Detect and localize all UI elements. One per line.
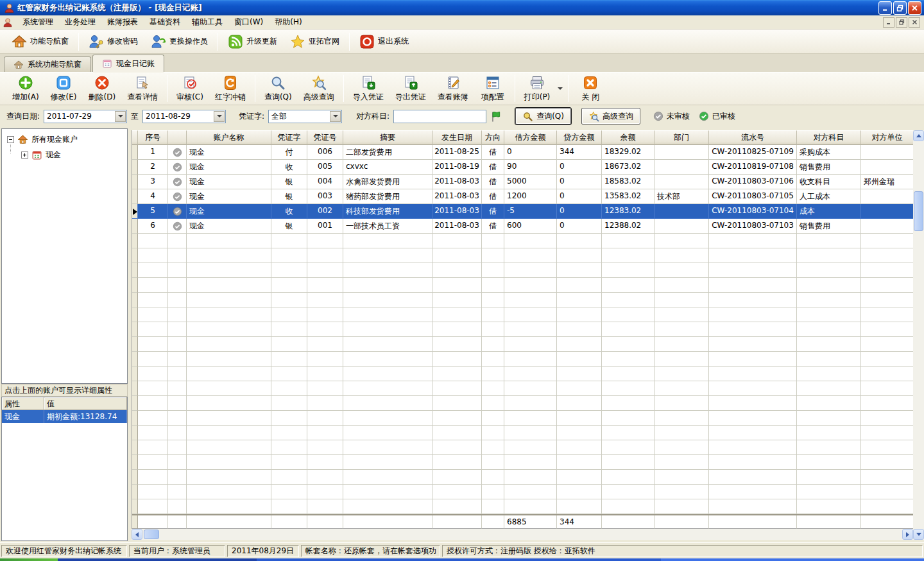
toolbar-button-edit[interactable]: 修改(E) [45,73,83,104]
toolbar-button-audit[interactable]: 审核(C) [171,73,209,104]
date-to-dropdown-icon[interactable] [214,111,225,122]
tab-1[interactable]: 现金日记账 [92,55,164,72]
toolbar-button-advanced-search[interactable]: 高级查询 [298,73,340,104]
voucher-word-combo[interactable]: 全部 [268,110,342,123]
mdi-close-button[interactable] [909,17,920,28]
date-from-combo[interactable]: 2011-07-29 [44,110,127,123]
toolbar-button-import[interactable]: 导入凭证 [347,73,389,104]
table-row-3[interactable]: 3现金银004水禽部发货费用2011-08-03借5000018583.02CW… [132,175,913,189]
col-header-num[interactable]: 序号 [138,130,168,145]
vertical-scroll-thumb[interactable] [914,191,923,231]
col-header-date[interactable]: 发生日期 [432,130,482,145]
date-to-combo[interactable]: 2011-08-29 [142,110,226,123]
advanced-search-button[interactable]: 高级查询 [581,108,640,125]
col-header-balance[interactable]: 余额 [602,130,654,145]
table-row-empty[interactable] [132,411,913,426]
col-header-subject[interactable]: 对方科目 [797,130,861,145]
table-row-empty[interactable] [132,293,913,307]
value-col-header[interactable]: 值 [44,397,127,410]
toolbar-button-config[interactable]: 项配置 [474,73,511,104]
toolbar-button-ledger[interactable]: 查看账簿 [432,73,474,104]
col-header-serial[interactable]: 流水号 [709,130,797,145]
col-header-dept[interactable]: 部门 [654,130,709,145]
table-row-empty[interactable] [132,322,913,337]
tab-0[interactable]: 系统功能导航窗 [4,56,91,72]
toolbar-button-user-key[interactable]: 修改密码 [82,31,144,53]
table-row-empty[interactable] [132,278,913,293]
table-row-empty[interactable] [132,455,913,470]
scroll-down-icon[interactable] [913,529,924,540]
minimize-button[interactable] [878,1,892,15]
table-row-empty[interactable] [132,470,913,485]
horizontal-scrollbar[interactable] [132,529,913,540]
tree-node-all-accounts[interactable]: 所有现金账户 [7,134,78,145]
toolbar-button-power[interactable]: 退出系统 [353,31,415,53]
restore-button[interactable] [893,1,907,15]
mdi-minimize-button[interactable] [883,17,894,28]
table-row-empty[interactable] [132,440,913,455]
col-header-debit[interactable]: 借方金额 [504,130,557,145]
menu-item-5[interactable]: 窗口(W) [228,15,269,30]
table-row-4[interactable]: 4现金银003猪药部发货费用2011-08-03借1200013583.02技术… [132,189,913,204]
table-row-empty[interactable] [132,396,913,411]
menu-item-4[interactable]: 辅助工具 [186,15,228,30]
table-row-empty[interactable] [132,485,913,499]
table-row-empty[interactable] [132,263,913,278]
toolbar-button-print[interactable]: 打印(P) [518,73,556,104]
table-row-5[interactable]: 5现金收002科技部发货费用2011-08-03借-5012383.02CW-2… [132,204,913,219]
col-header-summary[interactable]: 摘要 [343,130,432,145]
col-header-account[interactable]: 账户名称 [187,130,271,145]
col-header-word[interactable]: 凭证字 [271,130,307,145]
table-row-empty[interactable] [132,307,913,322]
menu-item-1[interactable]: 业务处理 [59,15,101,30]
toolbar-button-red-reverse[interactable]: 红字冲销 [209,73,252,104]
horizontal-scroll-thumb[interactable] [144,530,159,539]
table-row-empty[interactable] [132,234,913,248]
toolbar-button-add[interactable]: 增加(A) [6,73,45,104]
property-row-cash[interactable]: 现金 期初金额:13128.74 [2,410,127,423]
menu-item-3[interactable]: 基础资料 [144,15,186,30]
toolbar-button-star[interactable]: 亚拓官网 [284,31,346,53]
scroll-up-icon[interactable] [913,130,924,141]
table-row-empty[interactable] [132,352,913,367]
search-button[interactable]: 查询(Q) [515,108,571,125]
col-header-check[interactable] [168,130,187,145]
tree-expand-icon[interactable] [21,151,28,159]
print-dropdown-icon[interactable] [556,73,565,104]
table-row-empty[interactable] [132,499,913,514]
toolbar-button-export[interactable]: 导出凭证 [389,73,432,104]
tree-node-cash[interactable]: 现金 [21,150,61,160]
toolbar-button-home[interactable]: 功能导航窗 [5,31,75,53]
table-row-6[interactable]: 6现金银001一部技术员工资2011-08-03借600012388.02CW-… [132,219,913,234]
table-row-empty[interactable] [132,337,913,352]
col-header-credit[interactable]: 贷方金额 [557,130,602,145]
counter-subject-input[interactable] [393,110,486,123]
close-button[interactable] [908,1,921,15]
col-header-no[interactable]: 凭证号 [307,130,343,145]
toolbar-button-close-x[interactable]: 关 闭 [572,73,609,104]
voucher-word-dropdown-icon[interactable] [330,111,341,122]
toolbar-button-delete[interactable]: 删除(D) [83,73,122,104]
table-row-2[interactable]: 2现金收005cxvxc2011-08-19借90018673.02CW-201… [132,160,913,175]
col-header-unit[interactable]: 对方单位 [861,130,914,145]
toolbar-button-search[interactable]: 查询(Q) [259,73,298,104]
scroll-left-icon[interactable] [132,529,142,540]
table-row-1[interactable]: 1现金付006二部发货费用2011-08-25借034418329.02CW-2… [132,145,913,160]
vertical-scrollbar[interactable] [913,130,924,540]
table-row-empty[interactable] [132,381,913,396]
scroll-right-icon[interactable] [902,529,913,540]
col-header-dir[interactable]: 方向 [482,130,504,145]
menu-item-6[interactable]: 帮助(H) [269,15,307,30]
table-row-empty[interactable] [132,367,913,381]
menu-item-0[interactable]: 系统管理 [17,15,59,30]
toolbar-button-update[interactable]: 升级更新 [221,31,284,53]
table-row-empty[interactable] [132,248,913,263]
toolbar-button-switch-user[interactable]: 更换操作员 [144,31,214,53]
date-from-dropdown-icon[interactable] [115,111,126,122]
mdi-restore-button[interactable] [896,17,907,28]
tree-collapse-icon[interactable] [7,136,14,143]
toolbar-button-view-detail[interactable]: 查看详情 [121,73,164,104]
menu-item-2[interactable]: 账簿报表 [101,15,144,30]
table-row-empty[interactable] [132,426,913,440]
property-col-header[interactable]: 属性 [2,397,44,410]
